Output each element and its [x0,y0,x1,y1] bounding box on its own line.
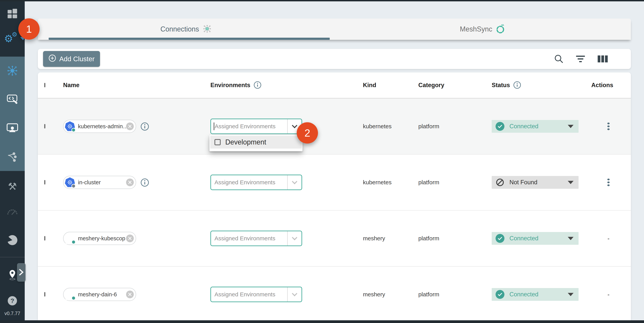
remove-connection-icon[interactable] [126,290,134,298]
connection-name: in-cluster [75,179,126,186]
column-category: Category [418,82,444,89]
tab-connections-label: Connections [160,25,199,33]
environment-option-development[interactable]: Development [210,136,302,149]
tab-meshsync[interactable]: MeshSync [334,19,631,40]
kind-value: meshery [363,235,385,242]
connection-info-icon[interactable] [140,122,149,131]
kind-value: kubernetes [363,179,392,186]
select-all-checkbox[interactable] [44,83,45,87]
category-value: platform [418,235,439,242]
annotation-step-1: 1 [18,18,40,40]
column-kind: Kind [363,82,376,89]
connection-name: meshery-kubescop… [75,235,126,242]
connection-status-dot [72,240,76,244]
no-actions-dash: - [608,291,610,298]
view-columns-button[interactable] [598,56,608,62]
filter-button[interactable] [576,56,585,62]
search-button[interactable] [554,54,563,64]
sidebar-item-help[interactable]: ? [0,296,25,305]
table-row: meshery-kubescop… Assigned Environments … [38,211,631,267]
environments-placeholder: Assigned Environments [215,123,276,130]
sidebar-item-configuration[interactable] [0,92,25,107]
gauge-icon [7,208,18,216]
chevron-down-icon [292,123,297,128]
connection-status-dot [72,296,76,300]
connected-check-icon [496,122,504,131]
category-value: platform [418,291,439,298]
environments-dropdown-panel: Development [210,135,302,151]
option-checkbox[interactable] [214,139,221,145]
sidebar-item-dashboard[interactable] [0,8,25,20]
row-checkbox[interactable] [44,292,45,296]
row-actions-menu[interactable] [606,178,611,187]
status-dropdown[interactable]: Connected [492,120,578,133]
assigned-environments-select[interactable]: Assigned Environments [210,231,302,246]
remove-connection-icon[interactable] [126,178,134,186]
row-checkbox[interactable] [44,124,45,128]
environments-placeholder: Assigned Environments [211,235,287,242]
connection-status-dot [72,184,76,188]
environments-placeholder: Assigned Environments [211,179,287,186]
status-caret-icon [568,237,574,240]
connection-chip[interactable]: meshery-dain-6 [63,288,136,301]
table-toolbar: Add Cluster [38,49,631,69]
select-caret-button[interactable] [287,287,302,301]
kind-value: kubernetes [363,123,392,130]
pie-extensions-icon [7,235,17,245]
window-bottom-edge [0,320,644,323]
status-caret-icon [568,293,574,296]
connection-info-icon[interactable] [140,178,149,187]
columns-icon [598,56,608,62]
connected-check-icon [496,290,504,299]
node-graph-icon [7,152,18,163]
select-caret-button[interactable] [287,175,302,189]
sidebar: ⚙ ⚙ [0,0,25,323]
app-version: v0.7.77 [0,311,25,316]
table-header: Name Environments Kind Category Status A… [38,73,631,99]
select-caret-button[interactable] [287,231,302,245]
connection-chip[interactable]: in-cluster [63,176,136,189]
status-label: Connected [510,235,538,242]
assigned-environments-select[interactable]: Assigned Environments [210,175,302,190]
sidebar-item-toolbox[interactable]: ⚒ [0,179,25,194]
sidebar-item-designs[interactable] [0,150,25,165]
column-environments: Environments [210,82,250,89]
status-info-icon[interactable] [513,81,522,89]
sidebar-item-connections[interactable] [0,64,25,78]
connection-status-dot [72,128,76,132]
window-top-edge [0,0,644,1]
sidebar-item-extensions[interactable] [0,233,25,247]
kubernetes-icon [65,121,75,131]
chevron-down-icon [292,291,297,296]
connection-chip[interactable]: meshery-kubescop… [63,232,136,245]
connections-mesh-icon [7,65,18,77]
column-name: Name [63,82,79,89]
sidebar-item-performance[interactable] [0,205,25,219]
chevron-right-icon [19,269,24,276]
status-caret-icon [568,181,574,184]
meshsync-icon [496,24,506,35]
status-dropdown[interactable]: Connected [492,288,578,301]
assigned-environments-select[interactable]: Assigned Environments [210,119,302,134]
code-wrench-icon [6,94,18,105]
add-cluster-button[interactable]: Add Cluster [43,51,100,67]
row-actions-menu[interactable] [606,122,611,131]
chevron-down-icon [292,179,297,184]
tab-connections[interactable]: Connections [38,19,334,40]
sidebar-expand-button[interactable] [17,263,26,282]
status-label: Not Found [510,179,538,186]
status-dropdown[interactable]: Connected [492,232,578,245]
environments-info-icon[interactable] [254,81,262,89]
row-checkbox[interactable] [44,180,45,184]
connection-chip[interactable]: kubernetes-admin… [63,120,136,133]
status-dropdown[interactable]: Not Found [492,176,578,189]
connection-name: meshery-dain-6 [75,291,126,298]
annotation-step-2: 2 [297,122,318,144]
remove-connection-icon[interactable] [126,123,134,130]
remove-connection-icon[interactable] [126,234,134,242]
row-checkbox[interactable] [44,236,45,240]
sidebar-item-academy[interactable] [0,121,25,136]
assigned-environments-select[interactable]: Assigned Environments [210,287,302,302]
kind-value: meshery [363,291,385,298]
kubernetes-icon [65,177,75,187]
